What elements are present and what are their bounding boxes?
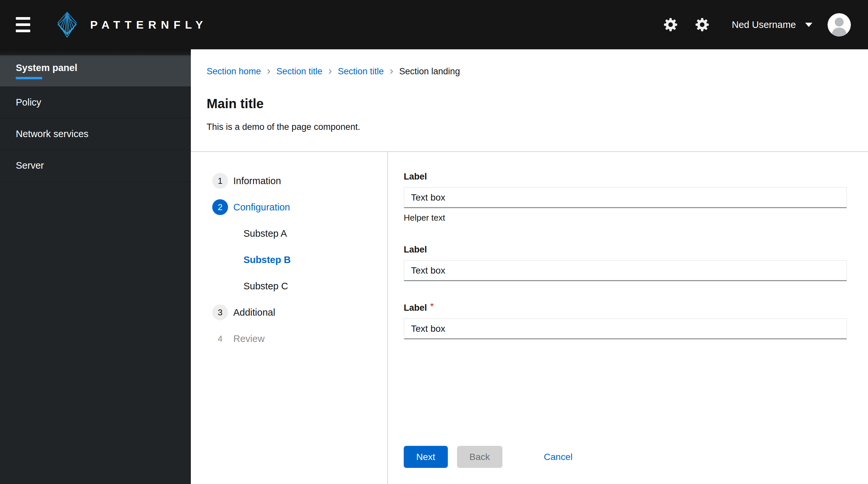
wizard-substep-a[interactable]: Substep A xyxy=(244,226,387,241)
brand-text: PATTERNFLY xyxy=(90,19,208,31)
back-button[interactable]: Back xyxy=(457,446,502,468)
text-input-2[interactable] xyxy=(404,260,847,281)
step-number-badge: 3 xyxy=(212,304,228,320)
sidebar-item-label: System panel xyxy=(16,62,191,73)
field-label: Label xyxy=(404,303,427,313)
settings-gear-icon-2[interactable] xyxy=(693,15,711,34)
text-input-1[interactable] xyxy=(404,187,847,208)
main-content: Section home › Section title › Section t… xyxy=(191,49,868,484)
hamburger-bar xyxy=(16,30,30,32)
sidebar-item-label: Server xyxy=(16,160,191,171)
breadcrumb-link-section-title-2[interactable]: Section title xyxy=(338,66,384,76)
sidebar-item-label: Policy xyxy=(16,97,191,108)
breadcrumb-link-section-title-1[interactable]: Section title xyxy=(276,66,322,76)
caret-down-icon xyxy=(805,23,812,27)
helper-text: Helper text xyxy=(404,213,847,223)
user-avatar-icon[interactable] xyxy=(828,13,851,36)
step-number-badge: 2 xyxy=(212,199,228,215)
wizard: 1 Information 2 Configuration Substep A … xyxy=(191,152,868,484)
gear-icon xyxy=(695,18,709,32)
page-header: Section home › Section title › Section t… xyxy=(191,49,868,152)
hamburger-icon[interactable] xyxy=(16,15,30,34)
form-field-3: Label * xyxy=(404,303,847,339)
breadcrumb-separator-icon: › xyxy=(329,66,332,75)
breadcrumb: Section home › Section title › Section t… xyxy=(207,66,847,76)
username: Ned Username xyxy=(732,20,796,30)
field-label: Label xyxy=(404,245,427,255)
form-field-2: Label xyxy=(404,245,847,281)
wizard-step-configuration[interactable]: 2 Configuration xyxy=(212,199,387,215)
breadcrumb-separator-icon: › xyxy=(267,66,271,75)
page-title: Main title xyxy=(207,96,847,111)
required-asterisk: * xyxy=(430,303,434,310)
breadcrumb-link-section-home[interactable]: Section home xyxy=(207,66,261,76)
sidebar-item-system-panel[interactable]: System panel xyxy=(0,55,191,87)
cancel-button[interactable]: Cancel xyxy=(544,446,572,468)
wizard-step-additional[interactable]: 3 Additional xyxy=(212,304,387,320)
text-input-3[interactable] xyxy=(404,318,847,339)
gear-icon xyxy=(663,18,678,32)
step-number-badge: 4 xyxy=(212,331,228,347)
breadcrumb-current: Section landing xyxy=(399,66,460,76)
patternfly-diamond-logo-icon xyxy=(55,11,79,38)
next-button[interactable]: Next xyxy=(404,446,448,468)
wizard-substep-c[interactable]: Substep C xyxy=(244,278,387,294)
wizard-substep-b[interactable]: Substep B xyxy=(244,252,387,268)
breadcrumb-separator-icon: › xyxy=(390,66,393,75)
page-subtitle: This is a demo of the page component. xyxy=(207,121,847,132)
settings-gear-icon[interactable] xyxy=(661,15,680,34)
masthead-toolbar: Ned Username xyxy=(661,13,851,36)
wizard-footer: Next Back Cancel xyxy=(404,446,847,468)
step-number-badge: 1 xyxy=(212,173,228,189)
brand-link[interactable]: PATTERNFLY xyxy=(55,11,208,38)
sidebar-item-policy[interactable]: Policy xyxy=(0,87,191,118)
active-nav-indicator xyxy=(16,77,42,79)
hamburger-bar xyxy=(16,23,30,26)
sidebar-item-network-services[interactable]: Network services xyxy=(0,118,191,150)
sidebar-item-server[interactable]: Server xyxy=(0,150,191,182)
field-label: Label xyxy=(404,172,427,182)
vertical-nav: System panel Policy Network services Ser… xyxy=(0,49,191,484)
sidebar-item-label: Network services xyxy=(16,129,191,139)
wizard-body: Label Helper text Label Label * Next xyxy=(388,152,868,484)
wizard-nav: 1 Information 2 Configuration Substep A … xyxy=(191,152,388,484)
user-menu-dropdown[interactable]: Ned Username xyxy=(732,20,812,30)
masthead: PATTERNFLY xyxy=(0,0,868,49)
hamburger-bar xyxy=(16,17,30,20)
form-field-1: Label Helper text xyxy=(404,172,847,223)
wizard-step-review: 4 Review xyxy=(212,331,387,347)
wizard-step-information[interactable]: 1 Information xyxy=(212,173,387,189)
